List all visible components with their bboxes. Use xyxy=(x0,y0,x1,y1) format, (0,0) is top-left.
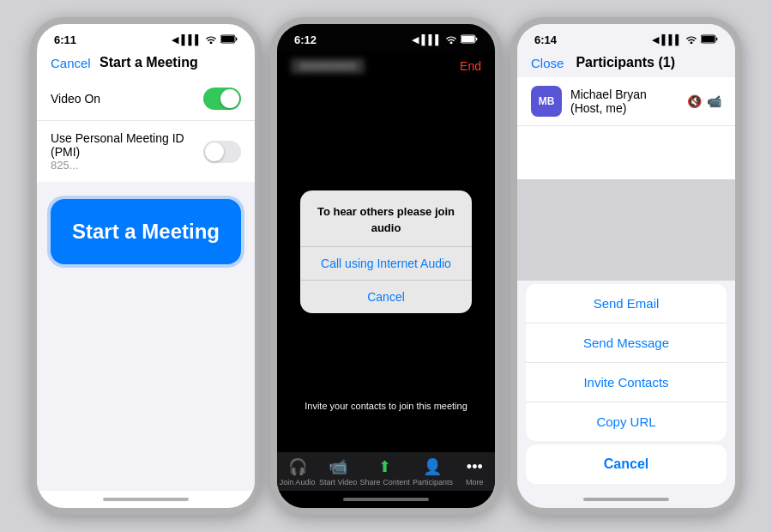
home-bar-1 xyxy=(103,498,189,501)
participant-row: MB Michael Bryan (Host, me) 🔇 📹 xyxy=(517,77,735,126)
dialog-cancel-button[interactable]: Cancel xyxy=(300,281,472,313)
start-video-icon: 📹 xyxy=(329,457,347,476)
audio-join-dialog: To hear others please join audio Call us… xyxy=(300,190,472,312)
svg-rect-3 xyxy=(461,36,474,42)
status-icons-1: ◀ ▌▌▌ xyxy=(172,34,238,45)
settings-section: Video On Use Personal Meeting ID (PMI) 8… xyxy=(37,77,255,182)
start-video-btn[interactable]: 📹 Start Video xyxy=(319,457,357,487)
status-icons-2: ◀ ▌▌▌ xyxy=(412,34,478,45)
phone-1: 6:11 ◀ ▌▌▌ Cancel Start a Meeting Video … xyxy=(30,17,262,515)
caller-name-blurred: XXXXXXXXX xyxy=(291,58,365,74)
dialog-title: To hear others please join audio xyxy=(300,204,472,235)
time-2: 6:12 xyxy=(294,33,317,46)
wifi-icon-3 xyxy=(685,34,697,45)
time-3: 6:14 xyxy=(534,33,557,46)
share-content-icon: ⬆ xyxy=(378,457,391,476)
signal-icon-2: ▌▌▌ xyxy=(422,34,442,45)
phone-2: 6:12 ◀ ▌▌▌ XXXXXXXXX End To hear others … xyxy=(270,17,502,515)
invite-contacts-text: Invite your contacts to join this meetin… xyxy=(277,401,495,411)
share-content-label: Share Content xyxy=(360,478,410,487)
home-indicator-3 xyxy=(517,491,735,508)
cancel-button-1[interactable]: Cancel xyxy=(51,56,91,70)
page-title-1: Start a Meeting xyxy=(100,55,198,70)
home-indicator-2 xyxy=(277,491,495,508)
status-bar-3: 6:14 ◀ ▌▌▌ xyxy=(517,24,735,51)
close-button[interactable]: Close xyxy=(531,56,564,70)
call-toolbar: 🎧 Join Audio 📹 Start Video ⬆ Share Conte… xyxy=(277,452,495,491)
svg-rect-5 xyxy=(702,36,715,42)
pmi-toggle[interactable] xyxy=(203,141,241,163)
status-bar-2: 6:12 ◀ ▌▌▌ xyxy=(277,24,495,51)
start-meeting-button[interactable]: Start a Meeting xyxy=(51,199,241,264)
join-audio-label: Join Audio xyxy=(280,478,316,487)
home-indicator-1 xyxy=(37,491,255,508)
battery-icon xyxy=(220,34,238,45)
pmi-value: 825... xyxy=(51,159,203,172)
video-on-row: Video On xyxy=(37,77,255,121)
cancel-sheet-button[interactable]: Cancel xyxy=(526,444,727,484)
more-label: More xyxy=(466,478,484,487)
join-audio-icon: 🎧 xyxy=(288,457,307,476)
participant-avatar: MB xyxy=(531,86,562,117)
participants-icon: 👤 xyxy=(423,457,442,476)
call-internet-audio-button[interactable]: Call using Internet Audio xyxy=(300,247,472,280)
avatar-initials: MB xyxy=(539,95,555,107)
participant-status-icons: 🔇 📹 xyxy=(687,94,721,108)
video-area: XXXXXXXXX End To hear others please join… xyxy=(277,51,495,452)
join-audio-btn[interactable]: 🎧 Join Audio xyxy=(279,457,317,487)
wifi-icon xyxy=(205,34,217,45)
participants-btn[interactable]: 👤 Participants xyxy=(413,457,453,487)
share-content-btn[interactable]: ⬆ Share Content xyxy=(360,457,410,487)
wifi-icon-2 xyxy=(445,34,457,45)
settings-content: Video On Use Personal Meeting ID (PMI) 8… xyxy=(37,77,255,491)
home-bar-2 xyxy=(343,498,429,501)
no-video-icon: 📹 xyxy=(707,94,721,108)
location-icon-3: ◀ xyxy=(652,34,659,45)
share-options-section: Send Email Send Message Invite Contacts … xyxy=(526,284,727,441)
share-sheet: Send Email Send Message Invite Contacts … xyxy=(517,281,735,491)
send-email-button[interactable]: Send Email xyxy=(526,284,727,323)
signal-icon-3: ▌▌▌ xyxy=(662,34,682,45)
nav-bar-1: Cancel Start a Meeting xyxy=(37,51,255,77)
invite-contacts-button[interactable]: Invite Contacts xyxy=(526,363,727,402)
participants-title: Participants (1) xyxy=(576,55,675,70)
participant-name: Michael Bryan (Host, me) xyxy=(570,88,679,115)
send-message-button[interactable]: Send Message xyxy=(526,323,727,363)
pmi-section: Use Personal Meeting ID (PMI) 825... xyxy=(51,131,203,172)
video-toggle[interactable] xyxy=(203,88,241,110)
copy-url-button[interactable]: Copy URL xyxy=(526,402,727,441)
toggle-knob xyxy=(220,89,239,108)
mute-icon: 🔇 xyxy=(687,94,702,108)
end-call-button[interactable]: End xyxy=(460,59,481,73)
participants-list: MB Michael Bryan (Host, me) 🔇 📹 xyxy=(517,77,735,179)
nav-bar-3: Close Participants (1) xyxy=(517,51,735,77)
status-bar-1: 6:11 ◀ ▌▌▌ xyxy=(37,24,255,51)
battery-icon-2 xyxy=(461,34,478,45)
more-icon: ••• xyxy=(467,458,483,476)
video-on-label: Video On xyxy=(51,92,100,106)
status-icons-3: ◀ ▌▌▌ xyxy=(652,34,718,45)
location-icon: ◀ xyxy=(172,34,178,45)
signal-icon: ▌▌▌ xyxy=(182,34,202,45)
battery-icon-3 xyxy=(701,34,718,45)
start-video-label: Start Video xyxy=(319,478,357,487)
pmi-label: Use Personal Meeting ID (PMI) xyxy=(51,131,203,159)
more-btn[interactable]: ••• More xyxy=(455,458,493,487)
svg-rect-1 xyxy=(221,36,234,42)
empty-area xyxy=(517,179,735,281)
time-1: 6:11 xyxy=(54,33,76,46)
call-top-bar: XXXXXXXXX End xyxy=(277,51,495,81)
pmi-toggle-knob xyxy=(205,142,224,161)
phone-3: 6:14 ◀ ▌▌▌ Close Participants (1) MB Mic… xyxy=(510,17,742,515)
pmi-row: Use Personal Meeting ID (PMI) 825... xyxy=(37,121,255,182)
participants-label: Participants xyxy=(413,478,453,487)
location-icon-2: ◀ xyxy=(412,34,419,45)
home-bar-3 xyxy=(583,498,669,501)
